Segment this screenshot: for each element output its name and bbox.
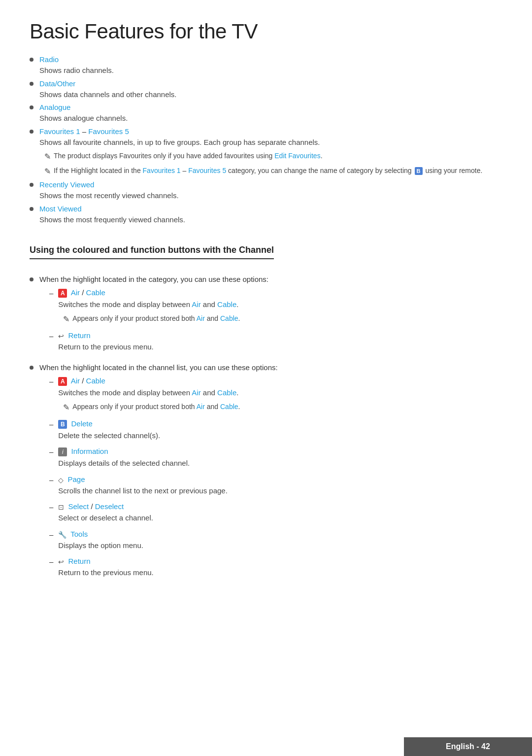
bullet-icon <box>30 366 33 370</box>
cable-link-1[interactable]: Cable <box>86 288 105 297</box>
favourites5-link[interactable]: Favourites 5 <box>88 127 129 136</box>
air-inline-1[interactable]: Air <box>192 300 200 309</box>
radio-description: Shows radio channels. <box>39 65 502 76</box>
favourites-note1-text: The product displays Favourites only if … <box>54 151 323 161</box>
list-item-category-when: When the highlight located in the catego… <box>30 275 502 358</box>
dash-icon: – <box>49 476 53 484</box>
page-desc: Scrolls the channel list to the next or … <box>58 485 502 497</box>
note-pen-icon: ✎ <box>44 151 51 163</box>
cable-note-2[interactable]: Cable <box>220 403 238 411</box>
page-link[interactable]: Page <box>68 475 85 483</box>
list-item-most-viewed: Most Viewed Shows the most frequently vi… <box>30 205 502 226</box>
return-link-1[interactable]: Return <box>68 331 91 340</box>
slash-3: / <box>91 502 95 511</box>
note-pen-icon2: ✎ <box>44 166 51 177</box>
air-inline-2[interactable]: Air <box>192 388 200 397</box>
dash-icon: – <box>49 289 53 297</box>
favourites-dash: – <box>82 127 89 136</box>
page-title: Basic Features for the TV <box>30 20 502 43</box>
a-cable-note-text-2: Appears only if your product stored both… <box>72 402 240 412</box>
fav5-ref-link[interactable]: Favourites 5 <box>188 167 226 174</box>
sub-item-i-information: – i Information Displays details of the … <box>49 447 502 469</box>
bullet-icon <box>30 130 33 134</box>
dataother-link[interactable]: Data/Other <box>39 79 75 88</box>
a-button-2: A <box>58 377 67 386</box>
sub-item-a-air-cable-channel: – A Air / Cable Switches the mode and di… <box>49 377 502 413</box>
favourites-note2: ✎ If the Highlight located in the Favour… <box>44 166 502 177</box>
sub-content-a-air-cable-channel: A Air / Cable Switches the mode and disp… <box>58 377 502 413</box>
analogue-description: Shows analogue channels. <box>39 113 502 124</box>
category-main-list: When the highlight located in the catego… <box>30 275 502 584</box>
dash-icon: – <box>49 530 53 539</box>
favourites-note1: ✎ The product displays Favourites only i… <box>44 151 502 163</box>
item-content-recently-viewed: Recently Viewed Shows the most recently … <box>39 180 502 202</box>
select-button-icon: ⊡ <box>58 503 64 511</box>
channel-intro-text: When the highlight located in the channe… <box>39 363 278 372</box>
item-content-analogue: Analogue Shows analogue channels. <box>39 103 502 124</box>
a-cable-note-1: ✎ Appears only if your product stored bo… <box>63 313 502 325</box>
most-viewed-description: Shows the most frequently viewed channel… <box>39 214 502 226</box>
information-desc: Displays details of the selected channel… <box>58 458 502 469</box>
deselect-link[interactable]: Deselect <box>95 502 124 511</box>
sub-item-select-deselect: – ⊡ Select / Deselect Select or deselect… <box>49 502 502 524</box>
most-viewed-link[interactable]: Most Viewed <box>39 205 82 213</box>
b-button-inline: B <box>415 167 423 175</box>
channel-sub-list: – A Air / Cable Switches the mode and di… <box>49 377 502 579</box>
item-content-category-when: When the highlight located in the catego… <box>39 275 502 358</box>
analogue-link[interactable]: Analogue <box>39 103 70 111</box>
recently-viewed-description: Shows the most recently viewed channels. <box>39 190 502 202</box>
air-link-2[interactable]: Air <box>71 377 80 385</box>
note-pen-icon3: ✎ <box>63 313 69 325</box>
a-button: A <box>58 289 67 298</box>
b-button: B <box>58 420 67 429</box>
information-link[interactable]: Information <box>71 447 108 455</box>
sub-content-select-deselect: ⊡ Select / Deselect Select or deselect a… <box>58 502 502 524</box>
return-desc-2: Return to the previous menu. <box>58 567 502 579</box>
footer-text: English - 42 <box>446 742 490 751</box>
sub-item-diamond-page: – ◇ Page Scrolls the channel list to the… <box>49 475 502 497</box>
favourites-link[interactable]: Favourites 1 <box>39 127 80 136</box>
list-item-channel-when: When the highlight located in the channe… <box>30 363 502 584</box>
return-desc-1: Return to the previous menu. <box>58 342 502 353</box>
air-note-2[interactable]: Air <box>197 403 205 411</box>
delete-link[interactable]: Delete <box>71 419 93 428</box>
category-sub-list: – A Air / Cable Switches the mode and di… <box>49 288 502 352</box>
select-link[interactable]: Select <box>68 502 89 511</box>
tools-desc: Displays the option menu. <box>58 540 502 551</box>
dash-icon: – <box>49 377 53 385</box>
cable-link-2[interactable]: Cable <box>86 377 105 385</box>
list-item-favourites: Favourites 1 – Favourites 5 Shows all fa… <box>30 127 502 178</box>
air-note-1[interactable]: Air <box>197 314 205 322</box>
list-item-recently-viewed: Recently Viewed Shows the most recently … <box>30 180 502 202</box>
sub-item-return-category: – ↩ Return Return to the previous menu. <box>49 331 502 353</box>
edit-favourites-link[interactable]: Edit Favourites <box>274 152 320 160</box>
air-link-1[interactable]: Air <box>71 288 80 297</box>
radio-link[interactable]: Radio <box>39 55 59 64</box>
return-link-2[interactable]: Return <box>68 557 91 565</box>
section2-block: Using the coloured and function buttons … <box>30 245 502 584</box>
tools-link[interactable]: Tools <box>70 530 88 538</box>
cable-inline-1[interactable]: Cable <box>217 300 236 309</box>
favourites-note2-text: If the Highlight located in the Favourit… <box>54 166 482 176</box>
a-cable-note-text-1: Appears only if your product stored both… <box>72 313 240 324</box>
i-button: i <box>58 447 67 456</box>
item-content-channel-when: When the highlight located in the channe… <box>39 363 502 584</box>
a-cable-desc-2: Switches the mode and display between Ai… <box>58 387 502 399</box>
list-item-analogue: Analogue Shows analogue channels. <box>30 103 502 124</box>
diamond-button-icon: ◇ <box>58 476 64 484</box>
main-list: Radio Shows radio channels. Data/Other S… <box>30 55 502 225</box>
recently-viewed-link[interactable]: Recently Viewed <box>39 180 94 189</box>
list-item-radio: Radio Shows radio channels. <box>30 55 502 76</box>
sub-content-return-channel: ↩ Return Return to the previous menu. <box>58 557 502 579</box>
fav1-ref-link[interactable]: Favourites 1 <box>143 167 181 174</box>
cable-note-1[interactable]: Cable <box>220 314 238 322</box>
dash-icon: – <box>49 503 53 511</box>
note-pen-icon4: ✎ <box>63 402 69 413</box>
sub-content-i-information: i Information Displays details of the se… <box>58 447 502 469</box>
bullet-icon <box>30 207 33 211</box>
sub-content-tools: 🔧 Tools Displays the option menu. <box>58 530 502 551</box>
sub-item-b-delete: – B Delete Delete the selected channel(s… <box>49 419 502 442</box>
cable-inline-2[interactable]: Cable <box>217 388 236 397</box>
footer-bar: English - 42 <box>404 737 532 756</box>
item-content-most-viewed: Most Viewed Shows the most frequently vi… <box>39 205 502 226</box>
